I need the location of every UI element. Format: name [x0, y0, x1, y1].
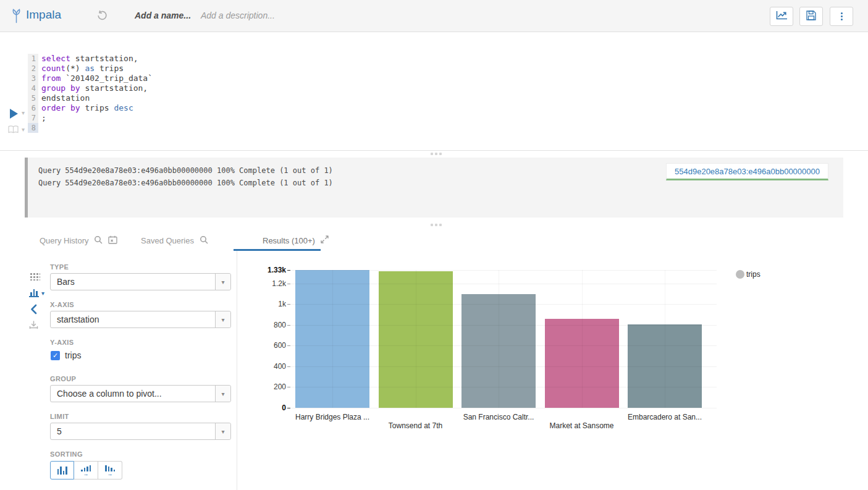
- chart-type-value: Bars: [57, 277, 75, 287]
- query-log-panel: Query 554d9e20e8a78e03:e496a0bb00000000 …: [25, 158, 843, 218]
- show-chart-button[interactable]: [770, 7, 793, 26]
- editor-code[interactable]: select startstation,count(*) as tripsfro…: [41, 54, 153, 133]
- splitter-handle-icon[interactable]: [431, 153, 442, 155]
- code-line: from `201402_trip_data`: [41, 74, 153, 83]
- code-line: group by startstation,: [41, 83, 153, 93]
- y-axis-tick-label: 400: [255, 362, 286, 371]
- sort-ascending-button[interactable]: →: [74, 461, 98, 479]
- gridline: [290, 304, 717, 305]
- book-options-caret-icon[interactable]: ▾: [22, 126, 25, 133]
- x-axis-label: Townsend at 7th: [389, 421, 442, 430]
- execute-options-caret-icon[interactable]: ▾: [22, 109, 25, 116]
- yaxis-trips-option[interactable]: ✓ trips: [51, 350, 81, 360]
- xaxis-label: X-AXIS: [50, 301, 74, 308]
- job-id-link[interactable]: 554d9e20e8a78e03:e496a0bb00000000: [666, 163, 828, 180]
- save-button[interactable]: [799, 7, 823, 26]
- limit-label: LIMIT: [50, 413, 69, 420]
- saved-query-book-icon[interactable]: [8, 125, 19, 136]
- code-line: count(*) as trips: [41, 64, 153, 74]
- yaxis-label: Y-AXIS: [50, 339, 74, 346]
- collapse-left-chevron-icon[interactable]: [30, 304, 38, 317]
- tab-saved-queries-label: Saved Queries: [141, 236, 194, 245]
- chevron-down-icon: ▾: [221, 428, 224, 435]
- line-number: 3: [28, 74, 38, 83]
- tab-saved-queries[interactable]: Saved Queries: [141, 235, 208, 246]
- select-dropdown-button[interactable]: ▾: [215, 386, 230, 402]
- code-line: [41, 123, 153, 133]
- gridline: [582, 270, 583, 408]
- log-line: Query 554d9e20e8a78e03:e496a0bb00000000 …: [38, 164, 333, 177]
- xaxis-select[interactable]: startstation ▾: [50, 311, 231, 328]
- gridline: [290, 284, 717, 284]
- sort-default-button[interactable]: [50, 461, 74, 479]
- download-icon[interactable]: [29, 321, 38, 332]
- select-dropdown-button[interactable]: ▾: [215, 311, 230, 327]
- code-token: startstation,: [80, 83, 148, 93]
- code-line: ;: [41, 113, 153, 123]
- more-actions-button[interactable]: [830, 7, 853, 26]
- gridline: [290, 408, 717, 408]
- bars-descending-icon: [105, 465, 115, 471]
- code-token: as: [85, 64, 95, 73]
- y-axis-tick-label: 800: [255, 321, 286, 329]
- sql-editor[interactable]: 12345678 select startstation,count(*) as…: [0, 33, 868, 150]
- sorting-label: SORTING: [50, 450, 83, 458]
- chart-view-icon[interactable]: [29, 289, 39, 297]
- y-axis-tick-mark: [287, 366, 290, 367]
- sort-descending-button[interactable]: →: [98, 461, 122, 479]
- y-axis-tick-mark: [287, 304, 290, 305]
- chevron-down-icon: ▾: [221, 316, 224, 323]
- expand-icon[interactable]: [321, 235, 329, 245]
- xaxis-value: startstation: [57, 315, 99, 324]
- y-axis-tick-mark: [287, 387, 290, 387]
- chart-type-select[interactable]: Bars ▾: [50, 273, 231, 290]
- code-line: select startstation,: [41, 54, 153, 64]
- query-name-input[interactable]: Add a name...: [135, 11, 191, 20]
- clear-history-calendar-icon[interactable]: [108, 235, 117, 246]
- gridline: [290, 387, 717, 387]
- search-icon[interactable]: [200, 235, 208, 246]
- y-axis-tick-mark: [287, 284, 290, 284]
- code-line: endstation: [41, 93, 153, 103]
- bars-icon: [57, 467, 67, 475]
- code-token: trips: [80, 103, 114, 112]
- query-description-input[interactable]: Add a description...: [201, 11, 275, 20]
- group-select[interactable]: Choose a column to pivot... ▾: [50, 385, 231, 402]
- chevron-down-icon: ▾: [221, 391, 224, 397]
- app-header: Impala Add a name... Add a description..…: [0, 0, 868, 32]
- query-history-icon[interactable]: [97, 11, 107, 23]
- gridline: [290, 366, 717, 367]
- y-axis-tick-label: 1.33k: [255, 266, 286, 274]
- log-lines: Query 554d9e20e8a78e03:e496a0bb00000000 …: [38, 164, 333, 189]
- impala-logo-icon: [10, 8, 23, 27]
- search-icon[interactable]: [94, 235, 103, 246]
- tab-query-history[interactable]: Query History: [40, 235, 117, 246]
- execute-query-button[interactable]: [10, 109, 18, 119]
- y-axis-tick-mark: [287, 325, 290, 326]
- code-token: trips: [95, 64, 124, 73]
- y-axis-tick-label: 1k: [255, 300, 286, 308]
- legend-item-trips[interactable]: trips: [736, 270, 761, 279]
- code-token: count: [41, 64, 65, 73]
- tab-results[interactable]: Results (100+): [263, 235, 329, 245]
- code-token: `201402_trip_data`: [61, 74, 153, 83]
- y-axis-tick-mark: [287, 408, 290, 408]
- editor-log-splitter[interactable]: [0, 150, 868, 151]
- splitter-handle-icon[interactable]: [431, 224, 442, 226]
- panel-divider: [237, 251, 237, 490]
- chevron-down-icon: ▾: [221, 279, 224, 285]
- select-dropdown-button[interactable]: ▾: [215, 274, 230, 290]
- line-number: 5: [28, 93, 38, 103]
- line-number: 7: [28, 113, 38, 123]
- limit-select[interactable]: 5 ▾: [50, 423, 231, 440]
- code-token: from: [41, 74, 61, 83]
- results-grid-icon[interactable]: [30, 272, 40, 281]
- checkbox-checked-icon[interactable]: ✓: [51, 351, 60, 360]
- y-axis-tick-label: 1.2k: [255, 279, 286, 288]
- chart-type-caret-icon[interactable]: ▾: [41, 290, 44, 297]
- select-dropdown-button[interactable]: ▾: [215, 423, 230, 439]
- app-title: Impala: [26, 8, 61, 22]
- code-line: order by trips desc: [41, 103, 153, 113]
- y-axis-tick-label: 600: [255, 341, 286, 350]
- x-axis-label: San Francisco Caltr...: [463, 413, 534, 421]
